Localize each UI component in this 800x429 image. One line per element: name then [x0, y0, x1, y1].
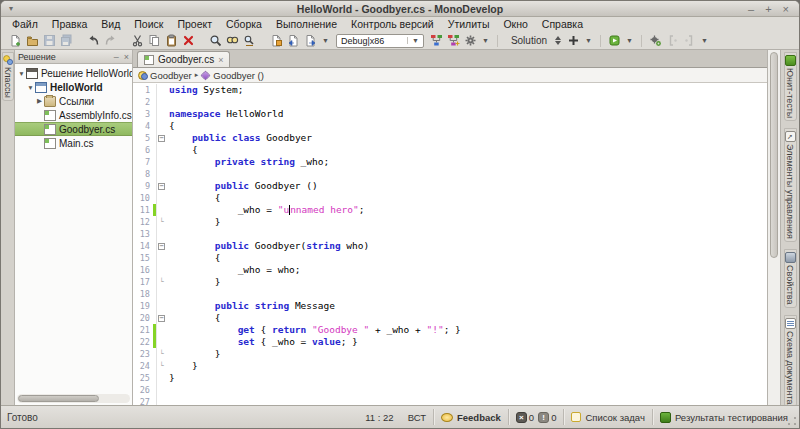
- code-line-13[interactable]: 13: [133, 228, 767, 240]
- code-line-10[interactable]: 10 {: [133, 192, 767, 204]
- menu-5[interactable]: Проект: [170, 17, 219, 32]
- menu-6[interactable]: Сборка: [219, 17, 269, 32]
- code-line-1[interactable]: 1using System;: [133, 84, 767, 96]
- dock-tab-2[interactable]: Элементы управления: [784, 128, 797, 242]
- code-line-19[interactable]: 19 public string Message: [133, 300, 767, 312]
- package-dropdown-icon[interactable]: ▼: [623, 37, 636, 44]
- debug-threads-icon[interactable]: [428, 33, 445, 49]
- code-line-6[interactable]: 6 {: [133, 144, 767, 156]
- solution-horizontal-scrollbar[interactable]: [17, 394, 130, 403]
- menu-3[interactable]: Вид: [94, 17, 127, 32]
- run-options-dropdown-icon[interactable]: ▼: [479, 37, 492, 44]
- solution-scope-spinner-icon[interactable]: [551, 36, 565, 45]
- editor-vertical-scrollbar[interactable]: [767, 50, 780, 405]
- fold-marker-icon[interactable]: −: [158, 135, 165, 142]
- tree-item-assemblyinfo-cs[interactable]: AssemblyInfo.cs: [15, 108, 132, 122]
- gear-icon[interactable]: [462, 33, 479, 49]
- menu-7[interactable]: Выполнение: [269, 17, 344, 32]
- code-line-24[interactable]: 24└ }: [133, 360, 767, 372]
- tree-item-goodbyer-cs[interactable]: Goodbyer.cs: [15, 122, 132, 136]
- resize-grip[interactable]: [787, 416, 797, 426]
- code-line-17[interactable]: 17└ }: [133, 276, 767, 288]
- expander-icon[interactable]: ▼: [17, 70, 26, 77]
- dock-tab-3[interactable]: Свойства: [784, 249, 797, 308]
- code-line-15[interactable]: 15 {: [133, 252, 767, 264]
- code-line-18[interactable]: 18: [133, 288, 767, 300]
- code-editor[interactable]: 1using System;23namespace HelloWorld4{5−…: [133, 83, 767, 405]
- menu-8[interactable]: Контроль версий: [344, 17, 441, 32]
- code-line-25[interactable]: 25}: [133, 372, 767, 384]
- debug-callstack-icon[interactable]: [445, 33, 462, 49]
- feedback-button[interactable]: Feedback: [433, 409, 508, 425]
- test-results-button[interactable]: Результаты тестирования: [652, 409, 795, 425]
- expander-icon[interactable]: ▼: [26, 84, 35, 91]
- maximize-button[interactable]: +: [765, 2, 771, 16]
- breadcrumb-item-2[interactable]: Goodbyer (): [201, 70, 264, 81]
- code-line-21[interactable]: 21 get { return "Goodbye " + _who + "!";…: [133, 324, 767, 336]
- menu-11[interactable]: Справка: [535, 17, 590, 32]
- copy-icon[interactable]: [146, 33, 163, 49]
- tree-item-решение-helloworld[interactable]: ▼Решение HelloWorld: [15, 66, 132, 80]
- search-icon[interactable]: [207, 33, 224, 49]
- paste-icon[interactable]: [163, 33, 180, 49]
- file-history-icon[interactable]: [268, 33, 285, 49]
- code-line-4[interactable]: 4{: [133, 120, 767, 132]
- tools-dropdown-icon[interactable]: ▼: [698, 37, 711, 44]
- prev-document-icon[interactable]: [285, 33, 302, 49]
- code-line-9[interactable]: 9− public Goodbyer (): [133, 180, 767, 192]
- fold-marker-icon[interactable]: −: [158, 315, 165, 322]
- code-line-5[interactable]: 5− public class Goodbyer: [133, 132, 767, 144]
- cut-icon[interactable]: [129, 33, 146, 49]
- code-line-8[interactable]: 8: [133, 168, 767, 180]
- scrollbar-thumb[interactable]: [770, 52, 778, 258]
- tree-item-ссылки[interactable]: ▶Ссылки: [15, 94, 132, 108]
- pad-close-icon[interactable]: ×: [124, 52, 129, 62]
- add-icon[interactable]: [565, 33, 582, 49]
- solution-scope-label[interactable]: Solution: [503, 35, 551, 46]
- scrollbar-thumb[interactable]: [18, 395, 99, 402]
- code-line-26[interactable]: 26: [133, 384, 767, 396]
- minimize-button[interactable]: –: [748, 2, 754, 16]
- find-replace-icon[interactable]: [241, 33, 258, 49]
- tree-item-helloworld[interactable]: ▼HelloWorld: [15, 80, 132, 94]
- pad-minimize-icon[interactable]: –: [114, 52, 119, 62]
- next-document-icon[interactable]: [302, 33, 319, 49]
- code-line-11[interactable]: 11 _who = "unnamed hero";: [133, 204, 767, 216]
- run-package-icon[interactable]: [606, 33, 623, 49]
- code-line-16[interactable]: 16 _who = who;: [133, 264, 767, 276]
- add-dropdown-icon[interactable]: ▼: [582, 37, 595, 44]
- navigation-dropdown-icon[interactable]: ▼: [319, 37, 332, 44]
- code-line-22[interactable]: 22 set { _who = value; }: [133, 336, 767, 348]
- delete-icon[interactable]: [180, 33, 197, 49]
- dock-tab-classes[interactable]: Классы: [2, 52, 14, 101]
- menu-10[interactable]: Окно: [496, 17, 534, 32]
- code-line-23[interactable]: 23└ }: [133, 348, 767, 360]
- menu-2[interactable]: Правка: [45, 17, 94, 32]
- code-line-27[interactable]: 27: [133, 396, 767, 405]
- undo-icon[interactable]: [85, 33, 102, 49]
- code-line-2[interactable]: 2: [133, 96, 767, 108]
- task-list-button[interactable]: Список задач: [563, 409, 651, 425]
- menu-4[interactable]: Поиск: [127, 17, 170, 32]
- code-line-14[interactable]: 14− public Goodbyer(string who): [133, 240, 767, 252]
- expander-icon[interactable]: ▶: [35, 97, 44, 105]
- tab-close-icon[interactable]: ×: [218, 55, 223, 65]
- dock-tab-4[interactable]: Схема документа: [784, 315, 797, 407]
- open-file-icon[interactable]: [24, 33, 41, 49]
- new-file-icon[interactable]: [7, 33, 24, 49]
- code-line-12[interactable]: 12└ }: [133, 216, 767, 228]
- build-gear-icon[interactable]: [647, 33, 664, 49]
- breadcrumb-item-1[interactable]: Goodbyer▸: [138, 70, 198, 81]
- dock-tab-1[interactable]: Юнит-тесты: [784, 52, 797, 121]
- error-warning-counts[interactable]: × 0 ! 0: [508, 409, 564, 425]
- code-line-7[interactable]: 7 private string _who;: [133, 156, 767, 168]
- tree-item-main-cs[interactable]: Main.cs: [15, 136, 132, 150]
- fold-marker-icon[interactable]: −: [158, 243, 165, 250]
- code-line-20[interactable]: 20− {: [133, 312, 767, 324]
- build-configuration-combo[interactable]: Debug|x86▼: [336, 34, 424, 48]
- code-line-3[interactable]: 3namespace HelloWorld: [133, 108, 767, 120]
- fold-marker-icon[interactable]: −: [158, 183, 165, 190]
- document-tab-goodbyer[interactable]: Goodbyer.cs ×: [137, 51, 230, 67]
- menu-1[interactable]: Файл: [5, 17, 45, 32]
- menu-9[interactable]: Утилиты: [441, 17, 497, 32]
